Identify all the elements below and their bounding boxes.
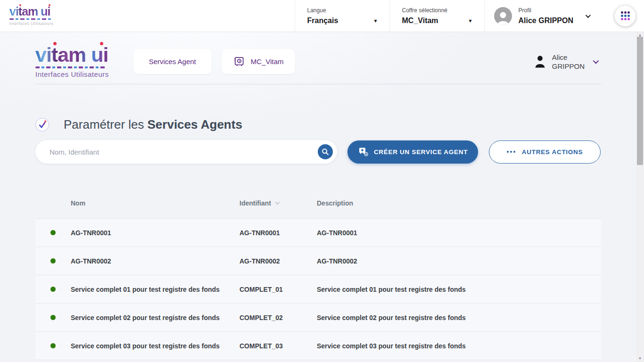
row-id: AG-TNR0002 (239, 257, 317, 265)
status-dot-icon (50, 258, 56, 263)
add-safe-icon (358, 146, 369, 157)
column-header-identifiant-sort[interactable]: Identifiant (239, 199, 317, 207)
logo-red-dot (19, 4, 21, 6)
actions-row: CRÉER UN SERVICE AGENT AUTRES ACTIONS (35, 140, 601, 164)
column-header-nom: Nom (71, 199, 239, 207)
app-header: vitam ui Interfaces Utilisateurs Service… (35, 45, 601, 78)
status-dot-icon (50, 315, 56, 320)
row-name: Service complet 03 pour test registre de… (71, 342, 239, 350)
search-bar (35, 140, 337, 164)
row-description: Service complet 03 pour test registre de… (317, 342, 601, 350)
tab-label: Services Agent (149, 58, 196, 66)
table-header-row: Nom Identifiant Description (35, 199, 601, 219)
logo-red-dot (53, 42, 57, 45)
more-actions-button[interactable]: AUTRES ACTIONS (489, 140, 601, 164)
apps-grid-button[interactable] (615, 6, 636, 26)
chevron-down-icon (586, 12, 591, 17)
row-description: Service complet 02 pour test registre de… (317, 314, 601, 321)
apps-grid-icon (621, 11, 630, 20)
row-id: COMPLET_02 (239, 314, 317, 321)
safe-label: Coffre sélectionné (402, 7, 472, 14)
row-id: COMPLET_01 (239, 286, 317, 293)
table-body: AG-TNR0001 AG-TNR0001 AG-TNR0001 AG-TNR0… (35, 219, 601, 360)
vitam-ui-logo-large: vitam ui Interfaces Utilisateurs (35, 45, 109, 78)
table-row[interactable]: Service complet 03 pour test registre de… (35, 332, 601, 360)
profile-menu[interactable]: Profil Alice GRIPPON (485, 0, 598, 32)
page-title: Paramétrer lesServices Agents (64, 117, 242, 132)
table-row[interactable]: Service complet 02 pour test registre de… (35, 304, 601, 332)
page-title-bold: Services Agents (148, 117, 242, 132)
table-row[interactable]: AG-TNR0002 AG-TNR0002 AG-TNR0002 (35, 247, 601, 275)
services-agents-table: Nom Identifiant Description AG-TNR0001 A… (35, 199, 601, 360)
status-dot-icon (50, 287, 56, 292)
language-value: Français (307, 16, 339, 25)
person-icon (496, 10, 510, 25)
row-name: Service complet 01 pour test registre de… (71, 286, 239, 293)
search-button[interactable] (318, 144, 333, 159)
scroll-down-arrow[interactable]: ▼ (636, 355, 644, 362)
user-menu[interactable]: Alice GRIPPON (535, 53, 597, 71)
vitam-ui-logo-small: vitam ui Interfaces Utilisateurs (9, 6, 53, 26)
row-name: Service complet 02 pour test registre de… (71, 314, 239, 321)
logo-red-dot (49, 4, 50, 6)
caret-down-icon: ▾ (456, 17, 471, 24)
main-content: vitam ui Interfaces Utilisateurs Service… (0, 32, 636, 362)
vertical-scrollbar: ▲ ▼ (636, 32, 644, 362)
sort-chevron-icon (275, 200, 280, 205)
table-row[interactable]: Service complet 01 pour test registre de… (35, 275, 601, 304)
header-divider (35, 84, 601, 84)
logo-subtitle: Interfaces Utilisateurs (35, 70, 109, 78)
logo-red-dot (100, 42, 103, 45)
row-name: AG-TNR0002 (71, 257, 239, 265)
column-header-description: Description (317, 199, 601, 207)
avatar (494, 7, 512, 25)
user-first-name: Alice (552, 53, 585, 62)
tab-label: MC_Vitam (251, 58, 284, 66)
search-input[interactable] (35, 140, 337, 164)
safe-select[interactable]: Coffre sélectionné MC_Vitam ▾ (390, 0, 484, 32)
check-icon (36, 118, 49, 132)
ellipsis-icon (507, 151, 515, 153)
table-row[interactable]: AG-TNR0001 AG-TNR0001 AG-TNR0001 (35, 219, 601, 247)
logo-subtitle: Interfaces Utilisateurs (9, 21, 53, 26)
row-id: AG-TNR0001 (239, 229, 317, 237)
more-actions-label: AUTRES ACTIONS (522, 148, 583, 156)
top-bar: vitam ui Interfaces Utilisateurs Langue … (0, 0, 644, 32)
page-title-row: Paramétrer lesServices Agents (35, 117, 601, 132)
row-description: AG-TNR0002 (317, 257, 601, 265)
create-service-agent-button[interactable]: CRÉER UN SERVICE AGENT (347, 140, 478, 164)
chevron-down-icon (593, 58, 599, 64)
logo-dashed-underline (9, 18, 52, 20)
tab-mc-vitam[interactable]: MC_Vitam (222, 49, 295, 74)
profile-label: Profil (519, 7, 573, 14)
logo-wordmark: vitam ui (9, 5, 50, 18)
column-header-identifiant: Identifiant (239, 199, 271, 207)
vitam-ui-app: vitam ui Interfaces Utilisateurs Langue … (0, 0, 644, 362)
check-badge-icon (35, 118, 49, 132)
create-button-label: CRÉER UN SERVICE AGENT (374, 148, 468, 156)
scrollbar-thumb[interactable] (637, 37, 643, 165)
row-name: AG-TNR0001 (71, 229, 239, 237)
caret-down-icon: ▾ (362, 17, 377, 24)
tab-services-agent[interactable]: Services Agent (133, 49, 212, 74)
status-dot-icon (50, 343, 56, 348)
person-icon (535, 55, 545, 68)
top-bar-controls: Langue Français ▾ Coffre sélectionné MC_… (295, 0, 644, 32)
logo-wordmark: vitam ui (35, 43, 108, 66)
page-title-regular: Paramétrer les (64, 117, 144, 132)
row-description: Service complet 01 pour test registre de… (317, 286, 601, 293)
logo-dashed-underline (35, 66, 106, 68)
row-id: COMPLET_03 (239, 342, 317, 350)
row-description: AG-TNR0001 (317, 229, 601, 237)
status-dot-icon (50, 230, 56, 235)
language-select[interactable]: Langue Français ▾ (295, 0, 389, 32)
user-last-name: GRIPPON (552, 62, 585, 71)
language-label: Langue (307, 7, 377, 14)
safe-value: MC_Vitam (402, 16, 438, 25)
search-icon (322, 148, 329, 156)
safe-icon (233, 56, 245, 68)
profile-value: Alice GRIPPON (519, 16, 573, 25)
